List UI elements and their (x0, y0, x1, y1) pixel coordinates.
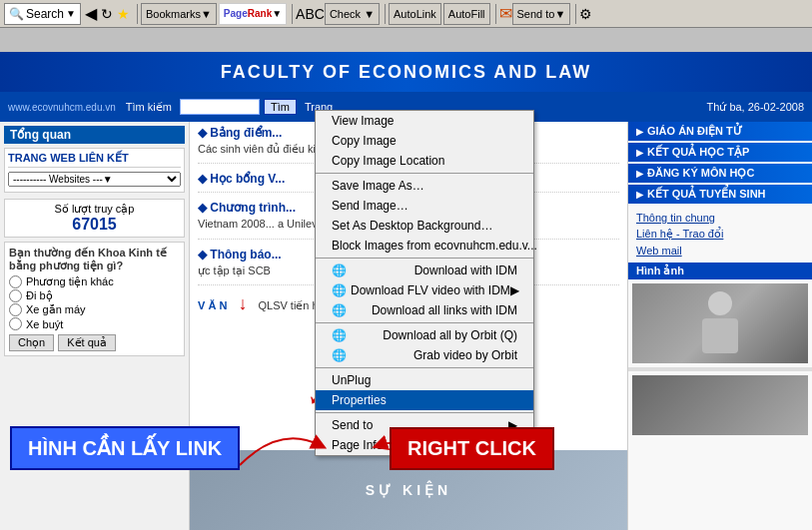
search-dropdown-icon[interactable]: ▼ (66, 8, 76, 19)
lien-ket-title: TRANG WEB LIÊN KẾT (8, 152, 181, 165)
autolink-button[interactable]: AutoLink (389, 3, 441, 25)
survey-radio-2[interactable] (9, 289, 22, 302)
sendto-button[interactable]: Send to▼ (512, 3, 571, 25)
photo-inner (632, 283, 808, 363)
ctx-set-desktop[interactable]: Set As Desktop Background… (316, 216, 533, 236)
search-box[interactable]: 🔍 Search ▼ (4, 3, 81, 25)
ctx-properties-label: Properties (332, 393, 387, 407)
websites-select[interactable]: ---------- Websites ---▼ (8, 172, 181, 187)
menu-item-2[interactable]: KẾT QUẢ HỌC TẬP (628, 143, 812, 162)
hinh-anh-title: Hình ảnh (628, 263, 812, 279)
svg-point-0 (708, 291, 732, 315)
ctx-sep-2 (316, 258, 533, 259)
annotation-left: HÌNH CẦN LẤY LINK (10, 426, 240, 470)
menu-item-1[interactable]: GIÁO ÁN ĐIỆN TỬ (628, 122, 812, 141)
menu-item-3[interactable]: ĐĂNG KÝ MÔN HỌC (628, 164, 812, 183)
bookmarks-button[interactable]: Bookmarks▼ (141, 3, 217, 25)
ctx-save-image-as[interactable]: Save Image As… (316, 176, 533, 196)
survey-radio-4[interactable] (9, 317, 22, 330)
ctx-sep-5 (316, 412, 533, 413)
menu-label-4: KẾT QUẢ TUYỂN SINH (647, 188, 766, 201)
refresh-icon[interactable]: ↻ (101, 6, 113, 22)
annotation-left-text: HÌNH CẦN LẤY LINK (28, 437, 222, 459)
annotation-right-text: RIGHT CLICK (407, 437, 536, 459)
survey-label-4: Xe buýt (26, 318, 63, 330)
settings-icon[interactable]: ⚙ (579, 6, 592, 22)
menu-label-3: ĐĂNG KÝ MÔN HỌC (647, 167, 754, 180)
divider1 (8, 167, 181, 168)
ctx-copy-image[interactable]: Copy Image (316, 131, 533, 151)
ctx-copy-image-location[interactable]: Copy Image Location (316, 151, 533, 171)
ctx-send-image-label: Send Image… (332, 199, 408, 213)
ctx-download-idm-icon: 🌐 (332, 264, 347, 277)
survey-option-2[interactable]: Đi bộ (9, 289, 180, 302)
ctx-set-desktop-label: Set As Desktop Background… (332, 219, 492, 233)
ctx-download-orbit[interactable]: 🌐 Download all by Orbit (Q) (316, 325, 533, 345)
site-header: FACULTY OF ECONOMICS AND LAW (0, 52, 812, 92)
sep3 (385, 4, 386, 24)
survey-option-4[interactable]: Xe buýt (9, 317, 180, 330)
search-nav-label: Tìm kiếm (126, 101, 172, 114)
pagerank-dropdown[interactable]: ▼ (272, 8, 282, 19)
arrow-svg-1 (230, 415, 330, 475)
ctx-grab-video[interactable]: 🌐 Grab video by Orbit (316, 345, 533, 365)
star-icon[interactable]: ★ (117, 6, 130, 22)
right-photo (632, 283, 808, 363)
ctx-download-all-links-label: Download all links with IDM (372, 303, 517, 317)
ctx-copy-image-location-label: Copy Image Location (332, 154, 444, 168)
ctx-block-images-label: Block Images from ecovnuhcm.edu.v... (332, 239, 537, 253)
ctx-download-flv[interactable]: 🌐 Download FLV video with IDM ▶ (316, 280, 533, 300)
sep5 (575, 4, 576, 24)
ctx-download-all-links[interactable]: 🌐 Download all links with IDM (316, 300, 533, 320)
photo-divider (628, 367, 812, 371)
autofill-button[interactable]: AutoFill (443, 3, 490, 25)
pagerank-button[interactable]: PageRank ▼ (219, 3, 287, 25)
ctx-download-flv-label: Download FLV video with IDM (351, 283, 510, 297)
ctx-view-image-label: View Image (332, 114, 394, 128)
ctx-download-orbit-icon: 🌐 (332, 328, 347, 342)
menu-label-1: GIÁO ÁN ĐIỆN TỬ (647, 125, 742, 138)
right-link-2[interactable]: Liên hệ - Trao đổi (628, 226, 812, 243)
tong-quan-section: Tổng quan (4, 126, 185, 144)
ctx-unplug[interactable]: UnPlug (316, 370, 533, 390)
ctx-send-image[interactable]: Send Image… (316, 196, 533, 216)
ctx-block-images[interactable]: Block Images from ecovnuhcm.edu.v... (316, 236, 533, 256)
ctx-download-orbit-label: Download all by Orbit (Q) (383, 328, 517, 342)
right-link-3[interactable]: Web mail (628, 243, 812, 259)
sep4 (495, 4, 496, 24)
survey-radio-3[interactable] (9, 303, 22, 316)
counter-label: Số lượt truy cập (8, 203, 181, 216)
abc-icon: ABC (296, 6, 325, 22)
sep1 (137, 4, 138, 24)
ctx-download-idm[interactable]: 🌐 Download with IDM (316, 261, 533, 280)
menu-item-4[interactable]: KẾT QUẢ TUYỂN SINH (628, 185, 812, 204)
ctx-download-all-links-icon: 🌐 (332, 303, 347, 317)
chon-button[interactable]: Chọn (9, 334, 54, 351)
ctx-download-flv-icon: 🌐 (332, 283, 347, 297)
site-search-button[interactable]: Tìm (264, 99, 297, 115)
search-label: Search (26, 7, 64, 21)
right-sidebar: GIÁO ÁN ĐIỆN TỬ KẾT QUẢ HỌC TẬP ĐĂNG KÝ … (627, 122, 812, 530)
nav-back-icon[interactable]: ◀ (85, 4, 97, 23)
annotation-right: RIGHT CLICK (390, 427, 554, 470)
survey-radio-1[interactable] (9, 275, 22, 288)
menu-label-2: KẾT QUẢ HỌC TẬP (647, 146, 749, 159)
survey-option-3[interactable]: Xe gắn máy (9, 303, 180, 316)
survey-label-2: Đi bộ (26, 289, 53, 302)
context-menu: View Image Copy Image Copy Image Locatio… (315, 110, 534, 456)
mail-icon: ✉ (499, 4, 512, 23)
ctx-view-image[interactable]: View Image (316, 111, 533, 131)
ketqua-button[interactable]: Kết quả (58, 334, 116, 351)
ctx-unplug-label: UnPlug (332, 373, 371, 387)
counter-box: Số lượt truy cập 67015 (4, 199, 185, 238)
survey-label-1: Phương tiện khác (26, 275, 114, 288)
ctx-copy-image-label: Copy Image (332, 134, 397, 148)
site-search-input[interactable] (180, 99, 260, 115)
survey-label-3: Xe gắn máy (26, 303, 86, 316)
survey-option-1[interactable]: Phương tiện khác (9, 275, 180, 288)
ctx-properties[interactable]: Properties (316, 390, 533, 410)
right-link-1[interactable]: Thông tin chung (628, 210, 812, 226)
ctx-grab-video-icon: 🌐 (332, 348, 347, 362)
lien-ket-section: TRANG WEB LIÊN KẾT ---------- Websites -… (4, 148, 185, 193)
check-button[interactable]: Check ▼ (325, 3, 380, 25)
